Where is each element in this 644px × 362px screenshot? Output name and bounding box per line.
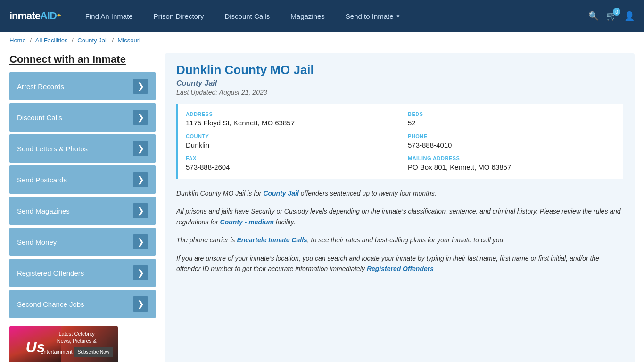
fax-value: 573-888-2604 bbox=[186, 163, 394, 171]
registered-offenders-link[interactable]: Registered Offenders bbox=[367, 265, 434, 272]
nav-icons: 🔍 🛒 0 👤 bbox=[588, 11, 635, 21]
beds-value: 52 bbox=[408, 119, 616, 127]
desc-paragraph-1: Dunklin County MO Jail is for County Jai… bbox=[176, 188, 623, 198]
send-letters-btn[interactable]: Send Letters & Photos ❯ bbox=[9, 134, 156, 163]
desc-paragraph-3: The phone carrier is Encartele Inmate Ca… bbox=[176, 235, 623, 245]
fax-label: FAX bbox=[186, 156, 394, 161]
nav-links: Find An Inmate Prison Directory Discount… bbox=[75, 0, 588, 32]
arrest-records-btn[interactable]: Arrest Records ❯ bbox=[9, 72, 156, 100]
discount-calls-label: Discount Calls bbox=[17, 114, 62, 122]
phone-value: 573-888-4010 bbox=[408, 141, 616, 149]
county-jail-link-1[interactable]: County Jail bbox=[263, 189, 298, 197]
discount-calls-btn[interactable]: Discount Calls ❯ bbox=[9, 103, 156, 132]
send-letters-label: Send Letters & Photos bbox=[17, 145, 88, 153]
logo[interactable]: inmateAID✦ bbox=[9, 10, 61, 22]
encartele-link[interactable]: Encartele Inmate Calls bbox=[237, 236, 307, 244]
second-chance-jobs-arrow: ❯ bbox=[133, 296, 148, 312]
beds-field: BEDS 52 bbox=[408, 111, 616, 127]
county-value: Dunklin bbox=[186, 141, 394, 149]
desc-paragraph-4: If you are unsure of your inmate’s locat… bbox=[176, 253, 623, 274]
send-magazines-btn[interactable]: Send Magazines ❯ bbox=[9, 197, 156, 225]
ad-subscribe-btn[interactable]: Subscribe Now bbox=[74, 347, 113, 357]
sidebar: Connect with an Inmate Arrest Records ❯ … bbox=[9, 53, 156, 362]
facility-content: Dunklin County MO Jail County Jail Last … bbox=[165, 53, 635, 362]
user-icon[interactable]: 👤 bbox=[624, 11, 635, 21]
facility-updated: Last Updated: August 21, 2023 bbox=[176, 89, 623, 96]
address-value: 1175 Floyd St, Kennett, MO 63857 bbox=[186, 119, 394, 127]
breadcrumb-home[interactable]: Home bbox=[9, 37, 26, 44]
sidebar-title: Connect with an Inmate bbox=[9, 53, 156, 66]
send-to-inmate-caret: ▼ bbox=[396, 14, 401, 19]
registered-offenders-arrow: ❯ bbox=[133, 265, 148, 280]
facility-info-box: ADDRESS 1175 Floyd St, Kennett, MO 63857… bbox=[176, 104, 623, 179]
send-letters-arrow: ❯ bbox=[133, 141, 148, 156]
nav-send-to-inmate[interactable]: Send to Inmate▼ bbox=[335, 0, 411, 32]
breadcrumb-county-jail[interactable]: County Jail bbox=[77, 37, 107, 44]
breadcrumb: Home / All Facilities / County Jail / Mi… bbox=[0, 32, 644, 49]
phone-label: PHONE bbox=[408, 133, 616, 139]
discount-calls-arrow: ❯ bbox=[133, 110, 148, 125]
send-postcards-label: Send Postcards bbox=[17, 176, 67, 184]
facility-title: Dunklin County MO Jail bbox=[176, 63, 623, 77]
county-field: COUNTY Dunklin bbox=[186, 133, 394, 149]
breadcrumb-all-facilities[interactable]: All Facilities bbox=[35, 37, 68, 44]
county-medium-link[interactable]: County - medium bbox=[220, 218, 274, 226]
cart-badge: 0 bbox=[613, 8, 620, 16]
nav-discount-calls[interactable]: Discount Calls bbox=[214, 0, 280, 32]
desc-paragraph-2: All prisons and jails have Security or C… bbox=[176, 206, 623, 227]
cart-icon[interactable]: 🛒 0 bbox=[606, 11, 617, 21]
registered-offenders-label: Registered Offenders bbox=[17, 269, 84, 277]
send-magazines-arrow: ❯ bbox=[133, 203, 148, 218]
navbar: inmateAID✦ Find An Inmate Prison Directo… bbox=[0, 0, 644, 32]
nav-prison-directory[interactable]: Prison Directory bbox=[143, 0, 215, 32]
ad-text: Latest Celebrity News, Pictures & Entert… bbox=[40, 330, 113, 357]
address-field: ADDRESS 1175 Floyd St, Kennett, MO 63857 bbox=[186, 111, 394, 127]
main-layout: Connect with an Inmate Arrest Records ❯ … bbox=[0, 49, 644, 362]
facility-type: County Jail bbox=[176, 79, 623, 88]
nav-magazines[interactable]: Magazines bbox=[280, 0, 335, 32]
breadcrumb-state[interactable]: Missouri bbox=[118, 37, 140, 44]
mailing-label: MAILING ADDRESS bbox=[408, 156, 616, 161]
phone-field: PHONE 573-888-4010 bbox=[408, 133, 616, 149]
address-label: ADDRESS bbox=[186, 111, 394, 117]
mailing-field: MAILING ADDRESS PO Box 801, Kennett, MO … bbox=[408, 156, 616, 171]
logo-text: inmateAID✦ bbox=[9, 10, 61, 22]
fax-field: FAX 573-888-2604 bbox=[186, 156, 394, 171]
arrest-records-label: Arrest Records bbox=[17, 82, 64, 90]
send-money-label: Send Money bbox=[17, 238, 57, 246]
send-money-arrow: ❯ bbox=[133, 234, 148, 249]
county-label: COUNTY bbox=[186, 133, 394, 139]
beds-label: BEDS bbox=[408, 111, 616, 117]
registered-offenders-btn[interactable]: Registered Offenders ❯ bbox=[9, 259, 156, 287]
nav-find-an-inmate[interactable]: Find An Inmate bbox=[75, 0, 143, 32]
sidebar-ad[interactable]: Us Latest Celebrity News, Pictures & Ent… bbox=[9, 326, 118, 362]
second-chance-jobs-label: Second Chance Jobs bbox=[17, 300, 84, 308]
arrest-records-arrow: ❯ bbox=[133, 79, 148, 94]
send-postcards-arrow: ❯ bbox=[133, 172, 148, 187]
second-chance-jobs-btn[interactable]: Second Chance Jobs ❯ bbox=[9, 290, 156, 318]
send-money-btn[interactable]: Send Money ❯ bbox=[9, 228, 156, 256]
search-icon[interactable]: 🔍 bbox=[588, 11, 599, 21]
send-magazines-label: Send Magazines bbox=[17, 207, 70, 215]
send-postcards-btn[interactable]: Send Postcards ❯ bbox=[9, 165, 156, 194]
mailing-value: PO Box 801, Kennett, MO 63857 bbox=[408, 163, 616, 171]
